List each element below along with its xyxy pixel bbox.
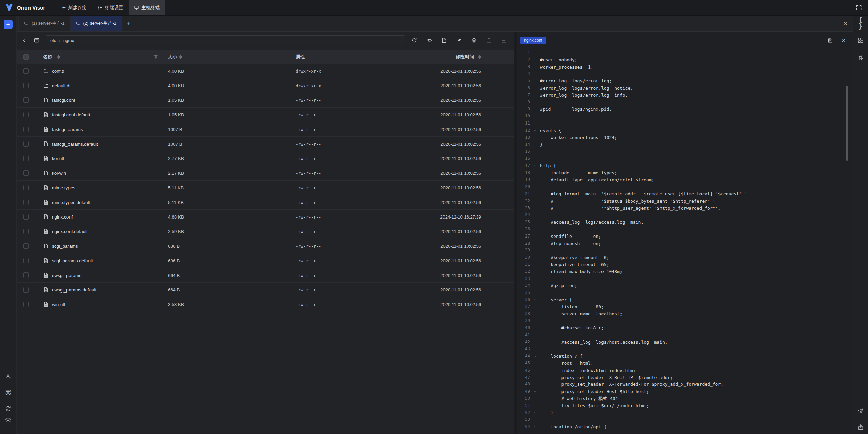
code-line[interactable]: } (539, 409, 846, 416)
code-line[interactable]: #gzip on; (539, 282, 846, 289)
code-line[interactable]: include mime.types; (539, 169, 846, 176)
code-line[interactable]: # '"$http_user_agent" "$http_x_forwarded… (539, 205, 846, 212)
fullscreen-icon[interactable] (851, 0, 867, 15)
fold-chevron-icon[interactable] (531, 388, 539, 395)
user-icon[interactable] (4, 372, 12, 380)
code-line[interactable]: #keepalive_timeout 0; (539, 254, 846, 261)
code-line[interactable] (539, 275, 846, 282)
topbar-nav-item-0[interactable]: +新建连接 (57, 0, 92, 15)
file-row[interactable]: uwsgi_params664 B-rw-r--r--2020-11-01 10… (17, 268, 514, 283)
file-row[interactable]: conf.d4.00 KBdrwxr-xr-x2020-11-01 10:02:… (17, 64, 514, 78)
row-checkbox[interactable] (23, 141, 29, 147)
row-checkbox[interactable] (23, 200, 29, 205)
code-line[interactable]: # '$status $body_bytes_sent "$http_refer… (539, 197, 846, 205)
row-checkbox[interactable] (23, 214, 29, 220)
code-line[interactable]: sendfile on; (539, 233, 846, 240)
pane-splitter[interactable] (514, 32, 517, 434)
column-header-3[interactable]: 修改时间 (417, 54, 514, 60)
file-row[interactable]: fastcgi_params.default1007 B-rw-r--r--20… (17, 137, 514, 151)
save-icon[interactable] (826, 36, 834, 45)
file-row[interactable]: fastcgi.conf.default1.05 KB-rw-r--r--202… (17, 108, 514, 122)
new-folder-icon[interactable] (454, 35, 464, 45)
code-line[interactable] (539, 416, 846, 423)
row-checkbox[interactable] (23, 83, 29, 88)
code-line[interactable]: server { (539, 296, 846, 303)
code-line[interactable]: #tcp_nopush on; (539, 240, 846, 247)
file-row[interactable]: win-utf3.53 KB-rw-r--r--2020-11-01 10:02… (17, 297, 514, 312)
row-checkbox[interactable] (23, 229, 29, 234)
fold-chevron-icon[interactable] (531, 162, 539, 169)
sort-carets-icon[interactable] (478, 55, 481, 59)
code-line[interactable] (539, 226, 846, 233)
swap-vertical-icon[interactable] (856, 54, 865, 62)
row-checkbox[interactable] (23, 68, 29, 74)
fold-chevron-icon[interactable] (531, 423, 539, 430)
code-line[interactable] (539, 332, 846, 339)
sort-carets-icon[interactable] (57, 55, 60, 59)
refresh-icon[interactable] (409, 35, 419, 45)
code-line[interactable]: } (539, 141, 846, 148)
send-icon[interactable] (856, 407, 865, 415)
row-checkbox[interactable] (23, 127, 29, 132)
code-line[interactable]: location /orion/api { (539, 423, 846, 430)
terminal-tab-1[interactable]: (1) server-生产-1 (18, 16, 71, 31)
file-row[interactable]: scgi_params.default636 B-rw-r--r--2020-1… (17, 253, 514, 268)
code-line[interactable]: # web history 模式 404 (539, 395, 846, 402)
file-row[interactable]: mime.types.default5.11 KB-rw-r--r--2020-… (17, 195, 514, 210)
terminal-tab-2[interactable]: (2) server-生产-1 (71, 16, 122, 31)
fold-chevron-icon[interactable] (531, 296, 539, 303)
file-row[interactable]: koi-win2.17 KB-rw-r--r--2020-11-01 10:02… (17, 166, 514, 181)
breadcrumb-segment[interactable]: nginx (63, 38, 74, 43)
row-checkbox[interactable] (23, 243, 29, 249)
file-row[interactable]: nginx.conf.default2.59 KB-rw-r--r--2020-… (17, 224, 514, 239)
row-checkbox[interactable] (23, 258, 29, 263)
file-row[interactable]: uwsgi_params.default664 B-rw-r--r--2020-… (17, 283, 514, 297)
column-header-1[interactable]: 大小 (162, 54, 288, 60)
code-line[interactable]: root html; (539, 360, 846, 367)
breadcrumb-segment[interactable]: etc (50, 38, 56, 43)
fold-chevron-icon[interactable] (531, 353, 539, 360)
code-line[interactable]: proxy_set_header Host $http_host; (539, 388, 846, 395)
editor-scrollbar[interactable] (846, 86, 848, 161)
code-line[interactable]: worker_processes 1; (539, 63, 846, 71)
sync-icon[interactable] (4, 404, 12, 413)
add-tab-button[interactable]: + (122, 16, 135, 31)
code-line[interactable] (539, 317, 846, 324)
row-checkbox[interactable] (23, 97, 29, 103)
code-line[interactable]: #access_log logs/access.log main; (539, 219, 846, 226)
select-all-checkbox[interactable] (23, 54, 29, 60)
code-line[interactable]: index index.html index.htm; (539, 367, 846, 374)
code-line[interactable]: #error_log logs/error.log notice; (539, 84, 846, 92)
row-checkbox[interactable] (23, 185, 29, 190)
code-line[interactable]: keepalive_timeout 65; (539, 261, 846, 268)
code-braces-icon[interactable]: { } (856, 19, 865, 27)
code-line[interactable]: proxy_set_header X-Real-IP $remote_addr; (539, 374, 846, 381)
file-row[interactable]: mime.types5.11 KB-rw-r--r--2020-11-01 10… (17, 181, 514, 195)
fold-chevron-icon[interactable] (531, 409, 539, 416)
code-line[interactable]: http { (539, 162, 846, 169)
code-line[interactable] (539, 183, 846, 190)
code-line[interactable] (539, 70, 846, 77)
box-export-icon[interactable] (856, 423, 865, 431)
code-line[interactable] (539, 247, 846, 254)
file-row[interactable]: fastcgi_params1007 B-rw-r--r--2020-11-01… (17, 122, 514, 137)
brand[interactable]: Orion Visor (0, 0, 52, 15)
code-line[interactable]: worker_connections 1024; (539, 134, 846, 141)
topbar-nav-item-2[interactable]: 主机终端 (129, 0, 165, 15)
editor-close-icon[interactable]: × (839, 36, 848, 45)
download-icon[interactable] (499, 35, 509, 45)
code-line[interactable] (539, 49, 846, 56)
code-line[interactable] (539, 148, 846, 155)
topbar-nav-item-1[interactable]: 终端设置 (92, 0, 129, 15)
code-line[interactable]: server_name localhost; (539, 310, 846, 317)
file-row[interactable]: fastcgi.conf1.05 KB-rw-r--r--2020-11-01 … (17, 93, 514, 108)
eye-icon[interactable] (424, 35, 434, 45)
column-header-0[interactable]: 名称 (36, 54, 162, 60)
row-checkbox[interactable] (23, 302, 29, 307)
code-line[interactable]: #access_log logs/host.access.log main; (539, 339, 846, 346)
code-line[interactable]: try_files $uri $uri/ /index.html; (539, 402, 846, 409)
editor-lines[interactable]: 12#user nobody;3worker_processes 1;45#er… (517, 46, 853, 434)
code-line[interactable] (539, 289, 846, 296)
trash-icon[interactable] (469, 35, 479, 45)
code-line[interactable] (539, 345, 846, 353)
